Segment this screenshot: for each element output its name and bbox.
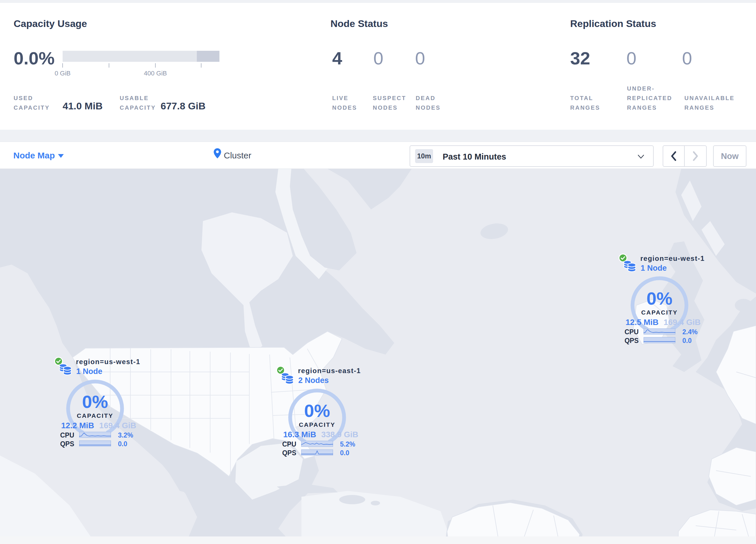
capacity-percent: 0% xyxy=(276,400,358,421)
database-nodes-icon xyxy=(59,362,72,376)
under-replicated-label: UNDER-REPLICATEDRANGES xyxy=(627,84,672,113)
region-node-count[interactable]: 2 Nodes xyxy=(298,376,329,385)
used-capacity-label: USEDCAPACITY xyxy=(14,93,50,113)
qps-value: 0.0 xyxy=(682,337,692,345)
qps-value: 0.0 xyxy=(340,449,349,457)
step-back-button[interactable] xyxy=(663,146,685,166)
axis-tick xyxy=(62,63,63,68)
region-marker-eu-west-1[interactable]: region=eu-west-1 1 Node 0% CAPACITY 12.5… xyxy=(618,253,702,347)
capacity-total-value: 169.4 GiB xyxy=(99,421,136,430)
qps-sparkline xyxy=(79,440,111,447)
cpu-sparkline xyxy=(79,432,111,438)
replication-status-title: Replication Status xyxy=(570,18,656,29)
cpu-sparkline xyxy=(644,329,675,335)
view-selector-dropdown[interactable]: Node Map xyxy=(13,150,55,160)
suspect-nodes-label: SUSPECTNODES xyxy=(373,93,406,113)
live-nodes-count: 4 xyxy=(332,49,342,68)
total-ranges-count: 32 xyxy=(570,49,590,68)
cpu-row: CPU 2.4% xyxy=(618,328,702,335)
capacity-percent: 0% xyxy=(618,288,701,309)
capacity-percent: 0% xyxy=(54,391,136,412)
chevron-down-icon xyxy=(637,154,644,159)
time-range-value: Past 10 Minutes xyxy=(443,152,506,162)
capacity-total-value: 338.9 GiB xyxy=(321,430,358,439)
qps-value: 0.0 xyxy=(118,440,127,448)
capacity-bar-segment xyxy=(197,51,219,62)
capacity-usage-title: Capacity Usage xyxy=(14,18,87,29)
map-footer-strip xyxy=(0,536,756,544)
qps-label: QPS xyxy=(618,337,639,345)
qps-row: QPS 0.0 xyxy=(54,440,138,447)
capacity-usage-bar xyxy=(63,51,219,62)
tick-label-400: 400 GiB xyxy=(138,70,173,77)
cpu-row: CPU 5.2% xyxy=(276,440,360,447)
capacity-label: CAPACITY xyxy=(54,412,136,419)
cpu-label: CPU xyxy=(54,431,74,439)
cpu-value: 3.2% xyxy=(118,431,133,439)
capacity-total-value: 169.4 GiB xyxy=(664,318,701,327)
region-marker-us-west-1[interactable]: region=us-west-1 1 Node 0% CAPACITY 12.2… xyxy=(54,357,138,450)
unavailable-ranges-label: UNAVAILABLERANGES xyxy=(684,93,735,113)
capacity-label: CAPACITY xyxy=(276,421,358,428)
suspect-nodes-count: 0 xyxy=(373,49,383,68)
now-button[interactable]: Now xyxy=(713,145,746,167)
region-node-count[interactable]: 1 Node xyxy=(76,367,102,376)
capacity-percent: 0.0% xyxy=(14,49,54,68)
time-step-buttons xyxy=(663,145,707,167)
region-name: region=us-east-1 xyxy=(298,367,361,375)
database-nodes-icon xyxy=(623,259,637,273)
qps-label: QPS xyxy=(276,449,296,457)
chevron-down-icon xyxy=(58,154,64,158)
node-map: region=us-west-1 1 Node 0% CAPACITY 12.2… xyxy=(0,169,756,544)
cpu-label: CPU xyxy=(276,440,296,448)
cluster-stats-panel: Capacity Usage 0.0% 0 GiB 400 GiB USEDCA… xyxy=(0,3,756,130)
time-range-select[interactable]: 10m Past 10 Minutes xyxy=(410,145,654,167)
cpu-value: 5.2% xyxy=(340,440,355,448)
capacity-used-value: 12.5 MiB xyxy=(626,318,659,327)
dead-nodes-count: 0 xyxy=(415,49,425,68)
cpu-row: CPU 3.2% xyxy=(54,431,138,438)
qps-row: QPS 0.0 xyxy=(618,337,702,344)
qps-row: QPS 0.0 xyxy=(276,449,360,456)
step-forward-button[interactable] xyxy=(685,146,706,166)
qps-label: QPS xyxy=(54,440,74,448)
breadcrumb-cluster[interactable]: Cluster xyxy=(224,150,251,160)
usable-capacity-value: 677.8 GiB xyxy=(161,100,206,112)
region-marker-us-east-1[interactable]: region=us-east-1 2 Nodes 0% CAPACITY 16.… xyxy=(276,366,360,459)
map-toolbar: Node Map Cluster 10m Past 10 Minutes Now xyxy=(0,141,756,169)
usable-capacity-label: USABLECAPACITY xyxy=(120,93,156,113)
qps-sparkline xyxy=(301,449,333,456)
region-name: region=eu-west-1 xyxy=(640,254,705,262)
under-replicated-count: 0 xyxy=(626,49,636,68)
qps-sparkline xyxy=(644,337,675,343)
live-nodes-label: LIVENODES xyxy=(332,93,357,113)
cpu-sparkline xyxy=(301,441,333,447)
cpu-label: CPU xyxy=(618,328,639,336)
chevron-right-icon xyxy=(692,151,699,161)
cpu-value: 2.4% xyxy=(682,328,697,336)
region-node-count[interactable]: 1 Node xyxy=(641,264,667,273)
axis-tick xyxy=(109,63,109,68)
axis-tick xyxy=(155,63,156,68)
total-ranges-label: TOTALRANGES xyxy=(570,93,600,113)
tick-label-0: 0 GiB xyxy=(45,70,80,77)
capacity-used-value: 12.2 MiB xyxy=(61,421,94,430)
used-capacity-value: 41.0 MiB xyxy=(63,100,103,112)
chevron-left-icon xyxy=(670,151,677,161)
region-name: region=us-west-1 xyxy=(76,358,140,366)
time-range-badge: 10m xyxy=(415,149,433,163)
node-status-title: Node Status xyxy=(330,18,388,29)
database-nodes-icon xyxy=(281,371,295,385)
axis-tick xyxy=(201,63,201,68)
capacity-label: CAPACITY xyxy=(618,309,701,316)
dead-nodes-label: DEADNODES xyxy=(416,93,441,113)
map-pin-icon xyxy=(213,148,221,159)
unavailable-count: 0 xyxy=(682,49,692,68)
capacity-used-value: 16.3 MiB xyxy=(283,430,316,439)
